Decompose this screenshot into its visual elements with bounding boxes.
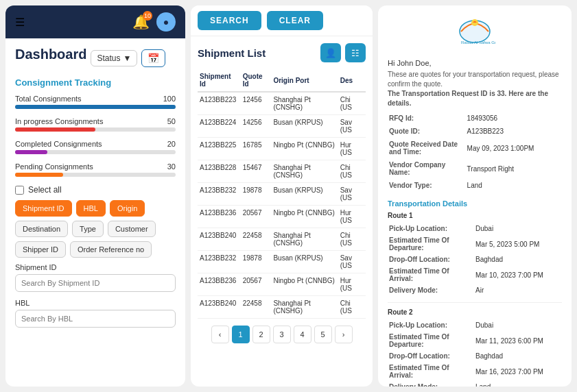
route1-label: Route 1 (388, 212, 562, 219)
progress-bar-bg (15, 173, 176, 177)
table-header-cell: Shipment Id (198, 69, 241, 92)
table-cell: A123BB232 (198, 251, 241, 273)
detail-row: Quote Received Date and Time: May 09, 20… (389, 138, 561, 158)
table-cell: Chi (US (338, 160, 366, 183)
table-row[interactable]: A123BB22312456Shanghai Pt (CNSHG)Chi (US (198, 92, 366, 115)
table-row[interactable]: A123BB23219878Busan (KRPUS)Sav (US (198, 251, 366, 273)
detail-row: Drop-Off Location: Baghdad (389, 351, 561, 361)
chevron-down-icon: ▼ (123, 53, 132, 63)
status-dropdown[interactable]: Status ▼ (91, 50, 137, 66)
page-1-button[interactable]: 1 (232, 326, 250, 343)
search-input[interactable] (15, 274, 176, 292)
detail-row: Estimated Time Of Departure: Mar 5, 2023… (389, 235, 561, 253)
filter-tag[interactable]: Shipper ID (15, 241, 66, 258)
table-cell: Chi (US (338, 92, 366, 115)
filter-tag[interactable]: Customer (108, 221, 156, 237)
left-panel: ☰ 🔔 10 ● Dashboard Status ▼ 📅 Consignmen… (5, 5, 185, 387)
quote-detail-table: RFQ Id: 18493056 Quote ID: A123BB223 Quo… (388, 111, 562, 193)
detail-row: Pick-Up Location: Dubai (389, 223, 561, 234)
search-field-label: Shipment ID (15, 263, 176, 271)
detail-value: May 09, 2023 1:00PM (467, 138, 561, 158)
table-row[interactable]: A123BB22815467Shanghai Pt (CNSHG)Chi (US (198, 160, 366, 183)
table-header-cell: Origin Port (271, 69, 338, 92)
notification-wrapper: 🔔 10 (132, 14, 150, 30)
search-button[interactable]: SEARCH (198, 11, 261, 30)
table-row[interactable]: A123BB23219878Busan (KRPUS)Sav (US (198, 183, 366, 206)
filter-tag[interactable]: Type (72, 221, 104, 237)
filter-tag[interactable]: Origin (110, 200, 145, 217)
detail-value: Air (475, 285, 561, 295)
table-cell: A123BB223 (198, 92, 241, 115)
detail-row: RFQ Id: 18493056 (389, 112, 561, 124)
notif-badge: 10 (143, 11, 152, 21)
consignment-item: Completed Consignments 20 (15, 140, 176, 154)
table-cell: Hur (US (338, 273, 366, 296)
consignment-items: Total Consignments 100 In progress Consi… (15, 95, 176, 177)
prev-page-button[interactable]: ‹ (211, 326, 229, 343)
table-cell: Ningbo Pt (CNNBG) (271, 273, 338, 296)
detail-key: Vendor Company Name: (389, 159, 466, 178)
filter-tag[interactable]: Destination (15, 221, 68, 237)
progress-bar-fill (15, 150, 47, 154)
table-icon-button[interactable]: ☷ (345, 43, 366, 62)
filter-tag[interactable]: HBL (76, 200, 106, 217)
table-row[interactable]: A123BB23620567Ningbo Pt (CNNBG)Hur (US (198, 206, 366, 228)
pagination: ‹12345› (198, 326, 366, 343)
page-5-button[interactable]: 5 (314, 326, 332, 343)
next-page-button[interactable]: › (335, 326, 353, 343)
left-body: Dashboard Status ▼ 📅 Consignment Trackin… (5, 38, 185, 387)
table-cell: Sav (US (338, 251, 366, 273)
page-4-button[interactable]: 4 (294, 326, 311, 343)
company-logo: Rabaa Al Safwa Group (454, 12, 495, 47)
detail-row: Delivery Mode: Land (389, 382, 561, 387)
consignment-value: 20 (167, 140, 176, 148)
table-row[interactable]: A123BB23620567Ningbo Pt (CNNBG)Hur (US (198, 273, 366, 296)
filter-tag[interactable]: Shipment ID (15, 200, 72, 217)
person-icon-button[interactable]: 👤 (320, 43, 341, 62)
table-cell: A123BB232 (198, 183, 241, 206)
search-input[interactable] (15, 310, 176, 328)
detail-row: Estimated Time Of Arrival: Mar 16, 2023 … (389, 363, 561, 380)
consignment-label-row: In progress Consignments 50 (15, 117, 176, 125)
table-row[interactable]: A123BB24022458Shanghai Pt (CNSHG)Chi (US (198, 296, 366, 319)
table-cell: A123BB224 (198, 115, 241, 138)
detail-row: Estimated Time Of Departure: Mar 11, 202… (389, 332, 561, 350)
table-cell: Busan (KRPUS) (271, 115, 338, 138)
detail-key: Pick-Up Location: (389, 320, 474, 330)
middle-panel: SEARCH CLEAR Shipment List 👤 ☷ Shipment … (191, 5, 373, 387)
calendar-button[interactable]: 📅 (141, 49, 165, 67)
table-header-cell: Quote Id (241, 69, 272, 92)
select-all-row: Select all (15, 185, 176, 195)
consignment-label-row: Pending Consignments 30 (15, 162, 176, 171)
table-cell: Chi (US (338, 228, 366, 251)
detail-value: Baghdad (475, 254, 561, 265)
detail-value: Land (467, 180, 561, 191)
detail-key: Delivery Mode: (389, 285, 474, 295)
consignment-label-row: Completed Consignments 20 (15, 140, 176, 148)
table-row[interactable]: A123BB22516785Ningbo Pt (CNNBG)Hur (US (198, 138, 366, 160)
table-cell: Ningbo Pt (CNNBG) (271, 206, 338, 228)
status-row: Dashboard Status ▼ 📅 (15, 47, 176, 69)
consignment-value: 100 (163, 95, 176, 103)
hamburger-icon[interactable]: ☰ (15, 16, 25, 29)
table-row[interactable]: A123BB22414256Busan (KRPUS)Sav (US (198, 115, 366, 138)
progress-bar-bg (15, 127, 176, 132)
select-all-checkbox[interactable] (15, 186, 24, 195)
table-cell: 14256 (241, 115, 272, 138)
page-3-button[interactable]: 3 (273, 326, 291, 343)
table-cell: 20567 (241, 206, 272, 228)
filter-tag[interactable]: Order Reference no (70, 241, 152, 258)
detail-row: Quote ID: A123BB223 (389, 125, 561, 137)
progress-bar-fill (15, 127, 95, 132)
table-cell: Sav (US (338, 115, 366, 138)
table-row[interactable]: A123BB24022458Shanghai Pt (CNSHG)Chi (US (198, 228, 366, 251)
avatar[interactable]: ● (156, 12, 176, 32)
table-header-row: Shipment IdQuote IdOrigin PortDes (198, 69, 366, 92)
table-cell: 20567 (241, 273, 272, 296)
detail-key: Estimated Time Of Departure: (389, 332, 474, 350)
detail-row: Pick-Up Location: Dubai (389, 320, 561, 330)
clear-button[interactable]: CLEAR (267, 11, 323, 30)
consignment-label-row: Total Consignments 100 (15, 95, 176, 103)
page-2-button[interactable]: 2 (252, 326, 270, 343)
progress-bar-fill (15, 105, 176, 109)
